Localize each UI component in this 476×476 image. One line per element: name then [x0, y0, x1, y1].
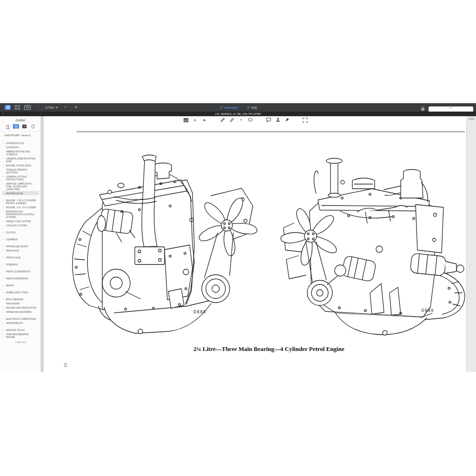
sidebar-item-paintwork[interactable]: PAINTWORK	[2, 301, 39, 305]
disclosure-icon: ›	[3, 205, 4, 208]
text-edit-icon: T	[247, 106, 250, 110]
sidebar-item-emission-control[interactable]: ›EMISSION AND EVAPORATION CONTROL SYSTEM	[2, 209, 39, 219]
annotations-tab[interactable]: A	[21, 124, 27, 129]
engine-figure-right: O889	[279, 153, 474, 341]
sidebar-item-gearbox[interactable]: ›GEARBOX	[2, 237, 39, 241]
sidebar-item-service-tools[interactable]: ›SERVICE TOOLS	[2, 328, 39, 332]
edit-mode-tab[interactable]: T Edit	[247, 106, 257, 110]
disclosure-icon: ›	[3, 210, 4, 212]
sidebar-item-front-suspension[interactable]: ›FRONT SUSPENSION	[2, 269, 39, 273]
sidebar-item-wiper-and-washers[interactable]: ›WIPER AND WASHERS	[2, 310, 39, 314]
sidebar-item-steering[interactable]: ›STEERING	[2, 262, 39, 266]
sidebar-item-instruments[interactable]: ›INSTRUMENTS	[2, 321, 39, 325]
outline-list-icon	[14, 125, 18, 128]
sidebar-item-service-lubricants[interactable]: ›SERVICE LUBRICANTS, FUEL, FLUIDS AND CA…	[2, 181, 39, 191]
sidebar-item-engine-26-6cyl[interactable]: ›ENGINE - 2.6 - 6 CYLINDER	[2, 205, 39, 209]
sidebar-item-five-main-bearing-engine[interactable]: ›FIVE MAIN BEARING ENGINE	[2, 332, 39, 339]
sidebar-item-clutch[interactable]: ›CLUTCH	[2, 230, 39, 234]
sidebar-item-heater-and-ventilation[interactable]: ›HEATER AND VENTILATION	[2, 305, 39, 310]
zoom-level-dropdown[interactable]: 174%	[45, 106, 58, 109]
document-scrollbar[interactable]	[469, 118, 475, 120]
table-highlight-icon[interactable]	[183, 117, 188, 123]
disclosure-icon: ›	[3, 164, 4, 166]
thumbnails-tab[interactable]	[30, 124, 36, 129]
marker-tool-icon[interactable]	[229, 117, 234, 123]
disclosure-icon: ›	[3, 270, 4, 272]
sidebar-item-rear-suspension[interactable]: ›REAR SUSPENSION	[2, 276, 39, 280]
pencil-icon	[219, 106, 223, 109]
page-number: 12	[63, 363, 68, 367]
close-tab-button[interactable]: ×	[2, 112, 4, 115]
document-filename: LR_SERIES_III_88_109_PC+FSM	[215, 112, 261, 115]
lock-icon[interactable]	[421, 106, 425, 111]
sidebar-item-diesel-fuel-system[interactable]: ›DIESEL FUEL SYSTEM	[2, 219, 39, 223]
main-toolbar: 174% − + Annotate T Edit	[0, 103, 476, 112]
disclosure-icon: ›	[3, 245, 4, 247]
sidebar-item-torque-wrench-settings[interactable]: TORQUE WRENCH SETTINGS	[2, 167, 39, 174]
note-comment-icon[interactable]	[266, 117, 271, 123]
sidebar-item-cooling-system[interactable]: ›COOLING SYSTEM	[2, 223, 39, 227]
disclosure-icon: ›	[3, 249, 4, 251]
document-viewer: A A T	[44, 116, 476, 372]
sidebar-item-engine-tuning-data[interactable]: ›ENGINE TUNING DATA	[2, 163, 39, 167]
sidebar-item-brake[interactable]: ›BRAKE	[2, 283, 39, 287]
zoom-in-button[interactable]: +	[73, 105, 79, 110]
figure-number-right: O889	[421, 309, 434, 313]
disclosure-icon: ›	[3, 263, 4, 265]
sidebar-item-rear-axle[interactable]: ›REAR AXLE	[2, 248, 39, 252]
outline-tab[interactable]	[13, 124, 19, 129]
figure-number-left: O888	[193, 310, 206, 314]
thumbnail-grid-view-button[interactable]	[15, 105, 20, 110]
document-canvas-margin	[466, 116, 476, 372]
reading-view-icon	[24, 105, 31, 110]
sidebar-item-engine-225-4cyl[interactable]: ›ENGINE - 2.25 4 CYLINDER PETROL & DIESE…	[2, 198, 39, 205]
chevron-down-icon	[55, 107, 58, 108]
sidebar-item-electrical-operations[interactable]: ›ELECTRICAL OPERATIONS	[2, 317, 39, 321]
reading-view-button[interactable]	[24, 105, 31, 110]
sidebar-item-front-axle[interactable]: ›FRONT AXLE	[2, 255, 39, 259]
sidebar-item-general-fitting-instructions[interactable]: ›GENERAL FITTING INSTRUCTIONS	[2, 174, 39, 181]
disclosure-icon: ›	[3, 198, 4, 201]
disclosure-icon: ›	[3, 328, 4, 331]
sidebar-toggle-button[interactable]	[5, 105, 11, 110]
disclosure-icon: ›	[3, 284, 4, 286]
pencil-tool-icon[interactable]	[220, 117, 225, 123]
lasso-tool-icon[interactable]	[248, 117, 253, 123]
add-item-button[interactable]: + Add Item	[2, 339, 39, 345]
engine-figure-left: O888	[70, 151, 265, 341]
sidebar-item-body-repairs[interactable]: ›BODY REPAIRS	[2, 297, 39, 301]
disclosure-icon: ›	[3, 231, 4, 233]
sidebar-item-abbreviations[interactable]: ABBREVIATIONS AND SYMBOLS	[2, 149, 39, 156]
signature-icon[interactable]	[284, 117, 290, 123]
disclosure-icon: ›	[3, 306, 4, 309]
select-area-icon[interactable]	[303, 117, 308, 123]
sidebar-item-wheel-and-tyres[interactable]: ›WHEEL AND TYRES	[2, 290, 39, 294]
text-strikeout-icon[interactable]: A	[202, 117, 207, 123]
toolbar-divider	[38, 105, 38, 110]
stamp-icon[interactable]	[275, 117, 280, 123]
sidebar-item-introduction[interactable]: ›INTRODUCTION	[2, 141, 39, 145]
sidebar-item-contents[interactable]: CONTENTS	[2, 145, 39, 149]
sidebar-item-general-specification-data[interactable]: ›GENERAL SPECIFICATION DATA	[2, 156, 39, 163]
disclosure-icon: ›	[3, 219, 4, 222]
disclosure-icon: ›	[3, 332, 4, 335]
disclosure-icon: ›	[3, 224, 4, 226]
disclosure-icon: ›	[3, 192, 4, 194]
grid-view-icon	[15, 105, 20, 110]
text-highlight-icon[interactable]: A	[192, 117, 198, 123]
disclosure-icon: ›	[3, 310, 4, 313]
disclosure-icon: ›	[3, 277, 4, 279]
zoom-out-button[interactable]: −	[62, 105, 69, 110]
text-tool-icon[interactable]: T	[238, 117, 244, 123]
annotation-toolbar: A A T	[183, 116, 308, 124]
document-tab-bar: × LR_SERIES_III_88_109_PC+FSM	[0, 112, 476, 116]
annotate-mode-tab[interactable]: Annotate	[219, 106, 238, 109]
sidebar-item-land-rover-series-iii[interactable]: LAND ROVER - Series III	[2, 133, 39, 137]
sidebar-item-propeller-shaft[interactable]: ›PROPELLER SHAFT	[2, 244, 39, 248]
disclosure-icon: ›	[3, 298, 4, 300]
disclosure-icon: ›	[3, 182, 4, 185]
search-icon	[449, 106, 452, 109]
bookmarks-tab[interactable]	[5, 124, 11, 129]
page-thumbnail-icon	[32, 125, 34, 128]
sidebar-item-maintenance[interactable]: ›MAINTENANCE	[2, 191, 39, 195]
